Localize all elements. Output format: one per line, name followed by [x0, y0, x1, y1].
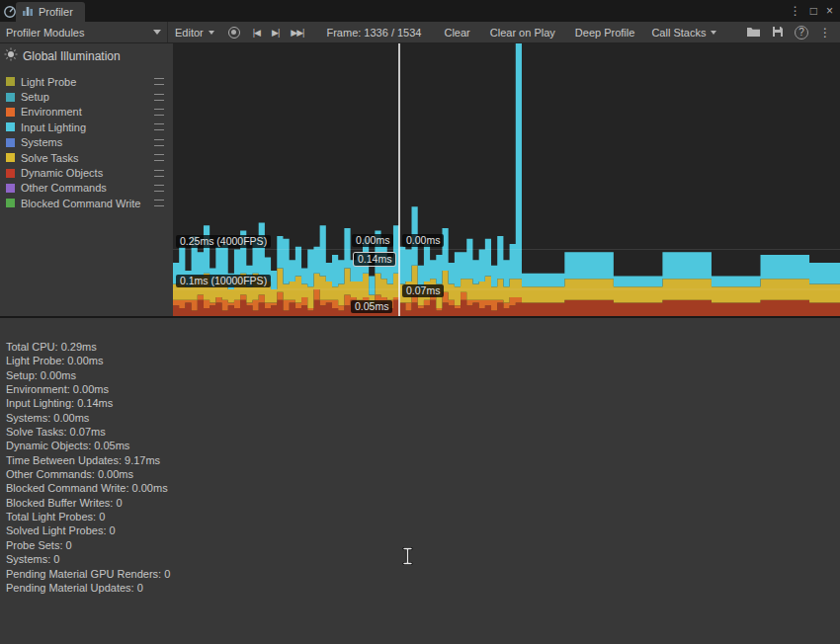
- legend-item-environment[interactable]: Environment: [0, 105, 173, 120]
- details-line: Pending Material GPU Renders: 0: [6, 567, 840, 581]
- profiler-tab-icon: [22, 3, 34, 21]
- details-line: Total Light Probes: 0: [6, 510, 840, 523]
- toolbar-right-icons: ? ⋮: [746, 22, 840, 42]
- module-header: Global Illumination: [0, 43, 173, 64]
- legend-item-label: Input Lighting: [21, 121, 86, 133]
- legend-item-solve-tasks[interactable]: Solve Tasks: [0, 150, 173, 165]
- legend-item-input-lighting[interactable]: Input Lighting: [0, 120, 173, 134]
- next-frame-icon: ▶|: [272, 28, 279, 38]
- legend-drag-handle-icon[interactable]: [154, 170, 164, 177]
- current-frame-button[interactable]: ▶▶|: [285, 22, 309, 42]
- legend-item-setup[interactable]: Setup: [0, 89, 173, 104]
- legend-drag-handle-icon[interactable]: [154, 200, 164, 206]
- legend-drag-handle-icon[interactable]: [154, 154, 164, 161]
- last-frame-icon: ▶▶|: [291, 28, 303, 38]
- legend-item-label: Light Probe: [21, 76, 76, 88]
- profiler-toolbar: Profiler Modules Editor |◀ ▶| ▶▶| Frame:…: [0, 22, 840, 43]
- legend-color-swatch: [6, 153, 15, 162]
- details-line: Environment: 0.00ms: [6, 382, 840, 396]
- legend-color-swatch: [6, 138, 15, 147]
- legend-color-swatch: [6, 77, 15, 86]
- details-line: Solve Tasks: 0.07ms: [6, 425, 840, 439]
- legend-item-systems[interactable]: Systems: [0, 135, 173, 150]
- legend-item-label: Systems: [21, 136, 62, 148]
- legend-item-label: Other Commands: [21, 182, 107, 194]
- module-sidebar: Global Illumination Light ProbeSetupEnvi…: [0, 43, 173, 316]
- details-line: Blocked Buffer Writes: 0: [6, 496, 840, 510]
- window-maximize-icon[interactable]: □: [810, 5, 817, 17]
- chevron-down-icon: [153, 30, 161, 35]
- details-line: Total CPU: 0.29ms: [6, 340, 840, 354]
- legend-color-swatch: [6, 184, 15, 193]
- tab-title: Profiler: [39, 6, 73, 18]
- chevron-down-icon: [711, 31, 716, 35]
- help-icon[interactable]: ?: [795, 26, 808, 40]
- call-stacks-label: Call Stacks: [651, 27, 706, 39]
- chart-area[interactable]: 0.25ms (4000FPS)0.1ms (10000FPS)0.00ms0.…: [173, 43, 840, 316]
- legend-drag-handle-icon[interactable]: [154, 109, 164, 116]
- legend-color-swatch: [6, 108, 15, 117]
- details-line: Other Commands: 0.00ms: [6, 467, 840, 481]
- details-line: Solved Light Probes: 0: [6, 523, 840, 537]
- details-line: Probe Sets: 0: [6, 538, 840, 552]
- legend-item-label: Environment: [21, 106, 82, 118]
- load-profile-icon[interactable]: [746, 26, 761, 40]
- tab-profiler[interactable]: Profiler: [16, 2, 85, 22]
- profiler-modules-label: Profiler Modules: [6, 27, 84, 39]
- chevron-down-icon: [209, 31, 214, 35]
- details-line: Systems: 0.00ms: [6, 411, 840, 425]
- details-line: Time Between Updates: 9.17ms: [6, 453, 840, 467]
- window-close-icon[interactable]: ×: [826, 5, 833, 17]
- legend-color-swatch: [6, 199, 15, 207]
- clear-on-play-button[interactable]: Clear on Play: [480, 22, 565, 42]
- window-tab-strip: Profiler ⋮ □ ×: [0, 0, 840, 22]
- record-button[interactable]: [221, 22, 247, 42]
- legend-item-label: Dynamic Objects: [21, 167, 103, 179]
- details-line: Setup: 0.00ms: [6, 368, 840, 382]
- legend-drag-handle-icon[interactable]: [154, 139, 164, 146]
- window-menu-icon[interactable]: ⋮: [790, 5, 801, 17]
- frame-counter: Frame: 1336 / 1534: [319, 22, 428, 42]
- legend-color-swatch: [6, 93, 15, 102]
- window-controls: ⋮ □ ×: [790, 5, 840, 17]
- legend-item-label: Solve Tasks: [21, 152, 79, 164]
- legend-drag-handle-icon[interactable]: [154, 185, 164, 192]
- editor-target-label: Editor: [175, 27, 204, 39]
- clear-button[interactable]: Clear: [434, 22, 479, 42]
- details-line: Dynamic Objects: 0.05ms: [6, 439, 840, 452]
- legend-item-label: Setup: [21, 91, 49, 103]
- editor-target-dropdown[interactable]: Editor: [168, 22, 221, 42]
- legend-item-dynamic-objects[interactable]: Dynamic Objects: [0, 165, 173, 180]
- previous-frame-icon: |◀: [253, 28, 260, 38]
- module-title: Global Illumination: [23, 49, 121, 63]
- legend-drag-handle-icon[interactable]: [154, 123, 164, 130]
- next-frame-button[interactable]: ▶|: [266, 22, 285, 42]
- profiler-modules-dropdown[interactable]: Profiler Modules: [0, 22, 168, 42]
- details-line: Systems: 0: [6, 552, 840, 566]
- previous-frame-button[interactable]: |◀: [247, 22, 266, 42]
- legend-color-swatch: [6, 169, 15, 178]
- legend-item-light-probe[interactable]: Light Probe: [0, 74, 173, 89]
- deep-profile-button[interactable]: Deep Profile: [565, 22, 645, 42]
- record-icon: [228, 27, 240, 39]
- legend-item-blocked-command-write[interactable]: Blocked Command Write: [0, 196, 173, 210]
- global-illumination-icon: [4, 47, 18, 64]
- details-line: Light Probe: 0.00ms: [6, 354, 840, 367]
- details-line: Blocked Command Write: 0.00ms: [6, 481, 840, 495]
- call-stacks-dropdown[interactable]: Call Stacks: [644, 22, 723, 42]
- details-line: Input Lighting: 0.14ms: [6, 396, 840, 410]
- text-cursor: [401, 547, 414, 565]
- legend-item-label: Blocked Command Write: [21, 198, 140, 209]
- chart-series-input-lighting: [173, 43, 840, 294]
- legend-color-swatch: [6, 122, 15, 131]
- legend-item-other-commands[interactable]: Other Commands: [0, 181, 173, 196]
- details-line: Pending Material Updates: 0: [6, 581, 840, 595]
- details-panel: Total CPU: 0.29msLight Probe: 0.00msSetu…: [0, 316, 840, 642]
- module-legend: Light ProbeSetupEnvironmentInput Lightin…: [0, 74, 173, 211]
- legend-drag-handle-icon[interactable]: [154, 94, 164, 101]
- save-profile-icon[interactable]: [772, 26, 784, 40]
- overflow-menu-icon[interactable]: ⋮: [819, 26, 831, 40]
- legend-drag-handle-icon[interactable]: [154, 78, 164, 85]
- profiler-window-icon: [3, 4, 17, 18]
